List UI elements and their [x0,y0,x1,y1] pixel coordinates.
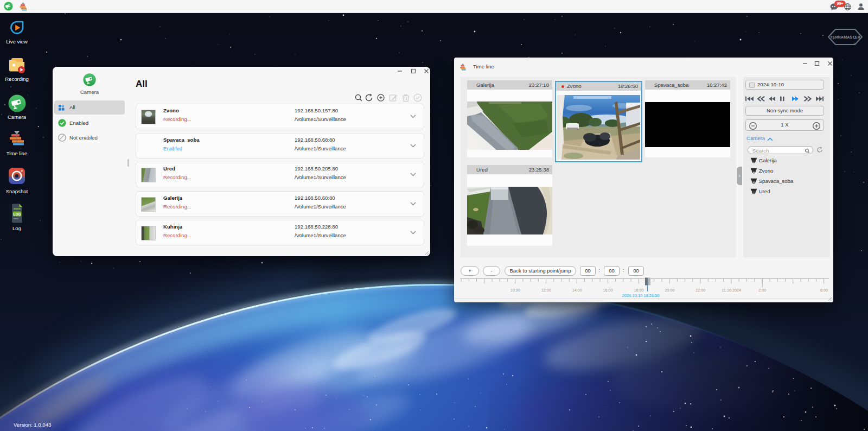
svg-text:22:00: 22:00 [695,288,705,293]
svg-text:16:00: 16:00 [603,288,613,293]
svg-text:12:00: 12:00 [541,288,551,293]
svg-text:LOG: LOG [13,212,21,216]
svg-text:TERRAMASTER: TERRAMASTER [830,35,860,39]
svg-text:10:00: 10:00 [510,288,520,293]
svg-text:2:00: 2:00 [758,288,766,293]
svg-text:11.10.2024: 11.10.2024 [722,288,741,293]
svg-text:18:00: 18:00 [634,288,644,293]
svg-text:2024-10-10 18:26:50: 2024-10-10 18:26:50 [622,293,660,298]
svg-text:14:00: 14:00 [572,288,582,293]
svg-text:20:00: 20:00 [665,288,674,293]
svg-text:6:00: 6:00 [820,288,828,293]
